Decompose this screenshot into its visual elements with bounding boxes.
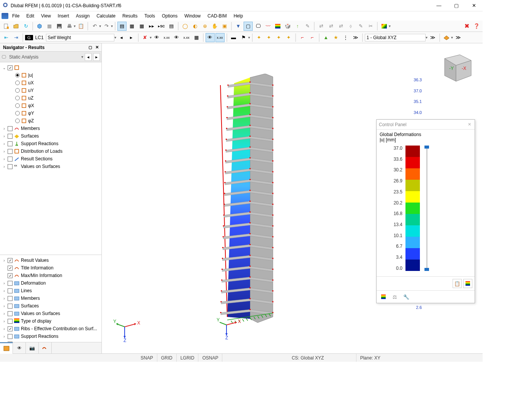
- expand-icon[interactable]: ›: [2, 258, 6, 262]
- expand-icon[interactable]: ›: [2, 165, 6, 168]
- chk-support[interactable]: [8, 141, 13, 146]
- expand-icon[interactable]: ›: [2, 304, 6, 308]
- chk[interactable]: [8, 311, 13, 316]
- tree-item-uY[interactable]: uY: [1, 87, 101, 94]
- expand-icon[interactable]: ›: [2, 281, 6, 285]
- chk[interactable]: [8, 288, 13, 293]
- hand-icon[interactable]: ✋: [210, 22, 219, 31]
- tree-distribution-loads[interactable]: Distribution of Loads: [21, 149, 62, 154]
- disp-item[interactable]: Title Information: [1, 264, 101, 272]
- maximize-button[interactable]: ▢: [448, 0, 465, 11]
- zoom-ext-icon[interactable]: ⊕: [200, 22, 209, 31]
- menu-results[interactable]: Results: [119, 12, 141, 20]
- clip-icon[interactable]: ⎀: [346, 22, 355, 31]
- chk-members[interactable]: [8, 126, 13, 131]
- dice-icon[interactable]: 🎲: [283, 22, 292, 31]
- expand-icon[interactable]: ›: [2, 142, 6, 146]
- new-file-icon[interactable]: [2, 22, 11, 31]
- grid-icon[interactable]: ▦: [137, 22, 146, 31]
- radio-φX[interactable]: [15, 103, 20, 108]
- chk[interactable]: [8, 273, 13, 278]
- expand-icon[interactable]: ›: [2, 134, 6, 138]
- tree-members[interactable]: Members: [21, 126, 40, 131]
- open-file-icon[interactable]: [11, 22, 21, 31]
- cp-tab-balance-icon[interactable]: ⚖: [390, 292, 399, 301]
- coord-system-dropdown[interactable]: [365, 34, 426, 41]
- chk[interactable]: [8, 334, 13, 339]
- disp-item[interactable]: ›Type of display: [1, 317, 101, 325]
- knife-icon[interactable]: ✂: [366, 22, 375, 31]
- clipboard-icon[interactable]: 📋: [76, 22, 86, 31]
- tool-a-icon[interactable]: ⇤: [2, 33, 11, 42]
- minimize-button[interactable]: —: [430, 0, 448, 11]
- gradient-icon[interactable]: [273, 22, 282, 31]
- disp-item[interactable]: ›Deformation: [1, 279, 101, 287]
- tree-item-φY[interactable]: φY: [1, 109, 101, 117]
- edit-icon[interactable]: ✎: [303, 22, 312, 31]
- sc-icon[interactable]: ▸SC: [157, 22, 166, 31]
- cp-tab-scale-icon[interactable]: [379, 292, 388, 301]
- expand-icon[interactable]: ›: [2, 296, 6, 300]
- navigator-filter-dropdown[interactable]: [8, 54, 81, 60]
- expand-icon[interactable]: ›: [2, 334, 6, 338]
- tree-result-sections[interactable]: Result Sections: [21, 156, 52, 162]
- doc-icon[interactable]: ▤: [167, 22, 176, 31]
- refresh-icon[interactable]: ↻: [21, 22, 30, 31]
- next-lc-icon[interactable]: ▸: [127, 33, 136, 42]
- chk[interactable]: [8, 304, 13, 309]
- expand-icon[interactable]: ›: [2, 157, 6, 161]
- line2-icon[interactable]: ⌐: [308, 33, 317, 42]
- chk[interactable]: [8, 326, 13, 331]
- tree-surfaces[interactable]: Surfaces: [21, 133, 39, 139]
- eye2-icon[interactable]: 👁: [172, 33, 181, 42]
- cube-icon[interactable]: ▦: [45, 22, 54, 31]
- nav-prev-icon[interactable]: ◂: [85, 53, 92, 61]
- frame-icon[interactable]: ▢: [244, 22, 253, 31]
- overflow3-icon[interactable]: ≫: [454, 33, 463, 42]
- radio-uX[interactable]: [15, 81, 20, 85]
- delete-x-icon[interactable]: ✘: [141, 33, 150, 42]
- cp-close-icon[interactable]: ✕: [466, 122, 472, 128]
- lasso2-icon[interactable]: ◐: [190, 22, 200, 31]
- wire2-icon[interactable]: ⇄: [326, 22, 336, 31]
- viewport-3d[interactable]: -Y -X: [102, 43, 483, 353]
- disp-item[interactable]: ›Ribs - Effective Contribution on Surf..…: [1, 325, 101, 332]
- wire1-icon[interactable]: ⇄: [317, 22, 326, 31]
- menu-view[interactable]: View: [38, 12, 54, 20]
- overflow2-icon[interactable]: ≫: [428, 33, 437, 42]
- chk[interactable]: [8, 296, 13, 301]
- rainbow-icon[interactable]: [380, 22, 389, 31]
- tree-values-surfaces[interactable]: Values on Surfaces: [21, 164, 60, 169]
- cp-copy-icon[interactable]: 📋: [453, 279, 462, 288]
- lasso-icon[interactable]: ◯: [180, 22, 190, 31]
- run-icon[interactable]: ▸▸: [147, 22, 156, 31]
- chk-surfaces[interactable]: [8, 134, 13, 139]
- expand-icon[interactable]: ›: [2, 289, 6, 293]
- nav-tab-results[interactable]: [39, 342, 52, 354]
- menu-tools[interactable]: Tools: [141, 12, 158, 20]
- star-icon[interactable]: ★: [331, 33, 340, 42]
- collapse-icon[interactable]: ⌄: [2, 66, 6, 70]
- spark2-icon[interactable]: ✦: [264, 33, 274, 42]
- disp-item[interactable]: ›Members: [1, 294, 101, 302]
- status-snap[interactable]: SNAP: [137, 354, 157, 362]
- nav-tab-data[interactable]: [0, 342, 13, 354]
- expand-icon[interactable]: ›: [2, 149, 6, 153]
- menu-cadbim[interactable]: CAD-BIM: [204, 12, 230, 20]
- up-arrow-icon[interactable]: ↑: [293, 22, 302, 31]
- menu-window[interactable]: Window: [181, 12, 204, 20]
- status-grid[interactable]: GRID: [157, 354, 177, 362]
- print-icon[interactable]: 🖶: [65, 22, 74, 31]
- expand-icon[interactable]: ›: [2, 319, 6, 323]
- column-icon[interactable]: ▬: [229, 33, 238, 42]
- chk-sections[interactable]: [8, 157, 13, 162]
- cp-range-slider[interactable]: [423, 146, 431, 271]
- chk-dist[interactable]: [8, 149, 13, 154]
- chk[interactable]: [8, 266, 13, 271]
- lc-dropdown[interactable]: [46, 34, 114, 41]
- xxx3-icon[interactable]: x.xx: [215, 33, 225, 42]
- eye3-icon[interactable]: 👁: [206, 33, 215, 42]
- nav-next-icon[interactable]: ▸: [93, 53, 100, 61]
- tree-item-|u|[interactable]: |u|: [1, 71, 101, 79]
- stop-icon[interactable]: ✖: [462, 22, 471, 31]
